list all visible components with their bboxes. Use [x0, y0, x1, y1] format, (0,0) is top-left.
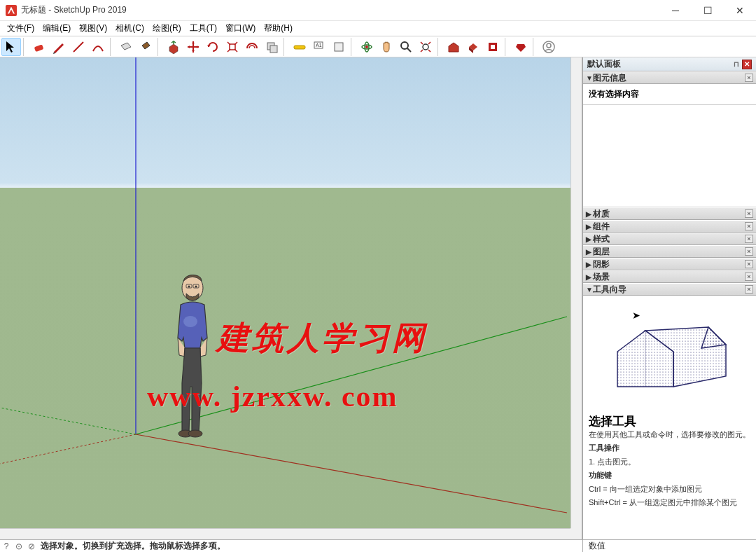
move-tool-button[interactable]	[183, 38, 203, 56]
components-header[interactable]: ▶组件×	[583, 220, 756, 233]
measurements-label: 数值	[582, 540, 756, 552]
svg-point-18	[547, 43, 551, 48]
line-tool-button[interactable]	[69, 38, 88, 56]
pencil-tool-button[interactable]	[49, 38, 69, 56]
maximize-button[interactable]: ☐	[692, 0, 724, 21]
rectangle-tool-button[interactable]	[116, 38, 136, 56]
window-title: 无标题 - SketchUp Pro 2019	[21, 4, 659, 16]
axis-red	[136, 434, 567, 513]
styles-header[interactable]: ▶样式×	[583, 233, 756, 245]
arc-tool-button[interactable]	[88, 38, 108, 56]
scrollbar-vertical[interactable]	[570, 57, 582, 528]
instructor-op-title: 工具操作	[589, 443, 620, 452]
svg-rect-16	[491, 45, 495, 49]
eraser-tool-button[interactable]	[29, 38, 49, 56]
status-geo-icon[interactable]: ⊙	[13, 541, 25, 551]
model-canvas[interactable]: 建筑人学习网 www. jzrxxw. com	[0, 57, 582, 539]
menu-tools[interactable]: 工具(T)	[186, 21, 221, 36]
menu-file[interactable]: 文件(F)	[3, 21, 38, 36]
svg-rect-5	[294, 46, 305, 49]
instructor-header[interactable]: ▼工具向导×	[583, 283, 756, 296]
svg-point-20	[188, 286, 190, 288]
workspace: 建筑人学习网 www. jzrxxw. com 默认面板 ⊓ ✕ ▼图元信息× …	[0, 57, 756, 539]
statusbar: ? ⊙ ⊘ 选择对象。切换到扩充选择。拖动鼠标选择多项。 数值	[0, 539, 756, 552]
ruby-tool-button[interactable]	[511, 38, 531, 56]
tray-title: 默认面板	[587, 58, 621, 70]
entity-info-header[interactable]: ▼图元信息×	[583, 71, 756, 84]
scroll-corner	[570, 528, 582, 539]
warehouse-tool-button[interactable]	[444, 38, 463, 56]
titlebar: 无标题 - SketchUp Pro 2019 ─ ☐ ✕	[0, 0, 756, 21]
instructor-op-item: 1. 点击图元。	[589, 457, 750, 467]
paint-bucket-tool-button[interactable]	[136, 38, 155, 56]
menu-camera[interactable]: 相机(C)	[111, 21, 148, 36]
minimize-button[interactable]: ─	[659, 0, 692, 21]
offset-tool-button[interactable]	[242, 38, 262, 56]
axis-green-neg	[0, 408, 136, 434]
svg-line-1	[74, 42, 83, 52]
select-tool-button[interactable]	[1, 38, 21, 56]
watermark-text-1: 建筑人学习网	[217, 317, 427, 360]
axis-red-neg	[0, 434, 136, 464]
rotate-tool-button[interactable]	[203, 38, 223, 56]
tray-close-icon[interactable]: ✕	[742, 60, 752, 69]
zoom-tool-button[interactable]	[396, 38, 416, 56]
menu-help[interactable]: 帮助(H)	[260, 21, 297, 36]
instructor-illustration	[603, 310, 736, 401]
user-account-button[interactable]	[539, 38, 559, 56]
svg-point-21	[195, 286, 197, 288]
instructor-tool-title: 选择工具	[589, 413, 750, 429]
layers-tool-button[interactable]	[483, 38, 503, 56]
svg-rect-4	[270, 46, 277, 53]
svg-line-13	[407, 48, 411, 52]
entity-info-body: 没有选择内容	[583, 84, 756, 105]
svg-point-24	[183, 316, 197, 327]
zoom-extents-tool-button[interactable]	[416, 38, 435, 56]
follow-me-tool-button[interactable]	[262, 38, 281, 56]
instructor-cursor-icon: ➤	[632, 310, 640, 321]
watermark-text-2: www. jzrxxw. com	[147, 380, 398, 413]
scenes-header[interactable]: ▶场景×	[583, 270, 756, 283]
default-tray: 默认面板 ⊓ ✕ ▼图元信息× 没有选择内容 ▶材质× ▶组件× ▶样式× ▶图…	[582, 57, 756, 539]
shadows-header[interactable]: ▶阴影×	[583, 258, 756, 270]
svg-rect-2	[230, 44, 235, 50]
svg-rect-0	[34, 44, 44, 52]
menu-window[interactable]: 窗口(W)	[221, 21, 260, 36]
instructor-keys-title: 功能键	[589, 471, 612, 479]
entity-info-label: 图元信息	[593, 72, 626, 84]
close-button[interactable]: ✕	[724, 0, 756, 21]
tape-measure-tool-button[interactable]	[290, 38, 309, 56]
toolbar: A1	[0, 36, 756, 57]
menu-edit[interactable]: 编辑(E)	[38, 21, 75, 36]
svg-rect-8	[335, 43, 343, 51]
orbit-tool-button[interactable]	[357, 38, 377, 56]
entity-info-text: 没有选择内容	[589, 89, 639, 99]
instructor-tool-desc: 在使用其他工具或命令时，选择要修改的图元。	[589, 429, 750, 440]
status-hint: 选择对象。切换到扩充选择。拖动鼠标选择多项。	[38, 540, 582, 552]
app-icon	[6, 5, 17, 16]
svg-point-11	[365, 46, 368, 48]
instructor-keys-ctrl: Ctrl = 向一组选定对象中添加图元	[589, 484, 750, 495]
pin-icon[interactable]: ⊓	[734, 60, 739, 68]
menu-view[interactable]: 视图(V)	[75, 21, 111, 36]
instructor-keys-shift: Shift+Ctrl = 从一组选定图元中排除某个图元	[589, 497, 750, 508]
text-tool-button[interactable]: A1	[309, 38, 329, 56]
menu-draw[interactable]: 绘图(R)	[148, 21, 186, 36]
scale-tool-button[interactable]	[223, 38, 242, 56]
extension-tool-button[interactable]	[463, 38, 483, 56]
scale-figure[interactable]	[161, 271, 224, 439]
scrollbar-horizontal[interactable]	[0, 528, 570, 539]
status-person-icon[interactable]: ⊘	[25, 541, 38, 551]
svg-text:A1: A1	[316, 43, 322, 48]
menubar: 文件(F) 编辑(E) 视图(V) 相机(C) 绘图(R) 工具(T) 窗口(W…	[0, 21, 756, 36]
pan-tool-button[interactable]	[377, 38, 396, 56]
push-pull-tool-button[interactable]	[164, 38, 183, 56]
svg-point-14	[423, 44, 428, 50]
instructor-body: ➤ 选择工具 在使用其他工具或命令时，选择要修改的图元。 工具操作 1. 点击图…	[583, 296, 756, 539]
section-close-icon[interactable]: ×	[745, 74, 753, 82]
status-help-icon[interactable]: ?	[0, 541, 13, 551]
dimension-tool-button[interactable]	[329, 38, 349, 56]
layers-header[interactable]: ▶图层×	[583, 245, 756, 258]
materials-header[interactable]: ▶材质×	[583, 207, 756, 220]
tray-title-bar[interactable]: 默认面板 ⊓ ✕	[583, 57, 756, 71]
